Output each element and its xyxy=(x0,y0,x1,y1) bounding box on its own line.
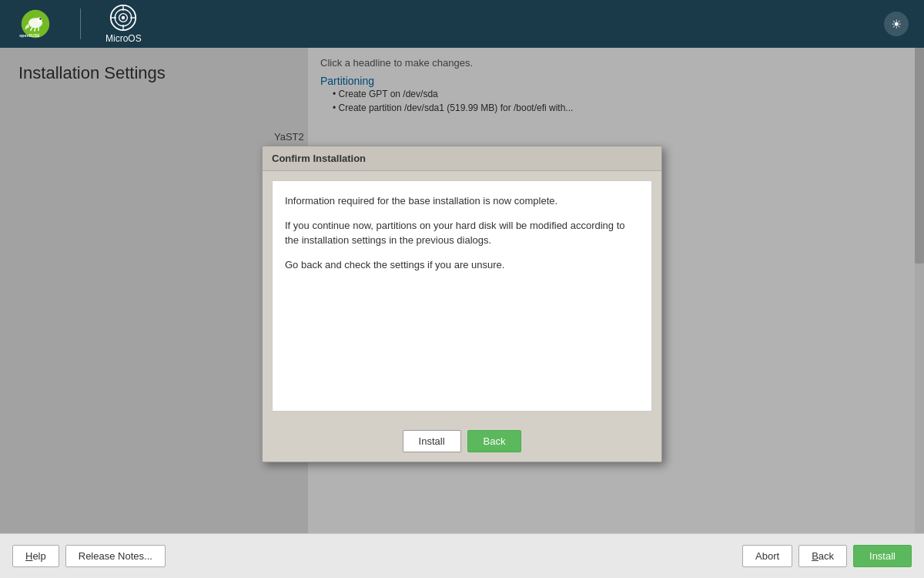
topbar-divider xyxy=(80,8,81,39)
confirm-installation-dialog: Confirm Installation Information require… xyxy=(262,146,662,462)
dialog-title: Confirm Installation xyxy=(263,146,661,171)
dialog-text-3: Go back and check the settings if you ar… xyxy=(285,257,639,273)
dialog-text-1: Information required for the base instal… xyxy=(285,193,639,209)
topbar: openSUSE MicroOS ☀ xyxy=(0,0,924,48)
microos-logo: MicroOS xyxy=(105,4,142,44)
logo-section: openSUSE MicroOS xyxy=(15,4,142,44)
back-label: Back xyxy=(812,550,834,562)
theme-toggle-button[interactable]: ☀ xyxy=(884,12,909,36)
release-notes-button[interactable]: Release Notes... xyxy=(65,545,166,567)
main-area: Installation Settings Click a headline t… xyxy=(0,48,924,533)
svg-point-3 xyxy=(39,18,42,20)
back-button[interactable]: Back xyxy=(798,545,847,567)
theme-toggle-area[interactable]: ☀ xyxy=(884,12,909,36)
opensuse-logo-svg: openSUSE xyxy=(15,8,55,40)
bottom-left-buttons: Help Release Notes... xyxy=(12,545,166,567)
bottom-right-buttons: Abort Back Install xyxy=(742,545,912,567)
svg-text:openSUSE: openSUSE xyxy=(19,33,40,38)
svg-point-2 xyxy=(37,18,42,23)
dialog-buttons: Install Back xyxy=(263,421,661,462)
bottom-bar: Help Release Notes... Abort Back Install xyxy=(0,533,924,578)
opensuse-logo: openSUSE xyxy=(15,8,55,40)
abort-button[interactable]: Abort xyxy=(742,545,792,567)
help-label: Help xyxy=(25,550,46,562)
yast2-label: YaST2 xyxy=(262,125,316,146)
install-button[interactable]: Install xyxy=(853,545,912,567)
microos-icon xyxy=(109,4,137,32)
dialog-back-button[interactable]: Back xyxy=(467,430,522,452)
svg-point-11 xyxy=(122,16,126,20)
dialog-body: Information required for the base instal… xyxy=(272,180,652,412)
dialog-overlay: YaST2 Confirm Installation Information r… xyxy=(0,48,924,533)
dialog-text-2: If you continue now, partitions on your … xyxy=(285,218,639,248)
dialog-install-button[interactable]: Install xyxy=(403,430,461,452)
microos-label: MicroOS xyxy=(105,33,142,44)
help-button[interactable]: Help xyxy=(12,545,59,567)
